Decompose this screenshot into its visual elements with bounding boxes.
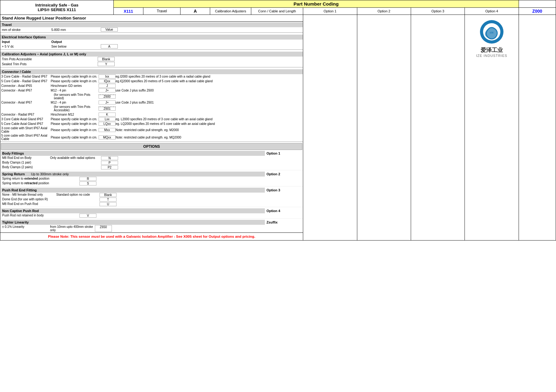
- electrical-header: Electrical Interface Options: [0, 35, 303, 40]
- connector-row-4: (for sensors with Trim Pots sealed) Z600: [0, 93, 303, 100]
- elec-value: See below: [51, 45, 101, 48]
- non-captive-header: Non Captive Push Rod: [1, 208, 265, 213]
- col-opt2: Option 2: [377, 9, 390, 13]
- col-x111: X111: [124, 9, 133, 14]
- options-header: OPTIONS: [1, 143, 302, 150]
- ize-logo-area: IZE 爱泽工业 IZE INDUSTRIES: [465, 15, 518, 62]
- spring-return-desc: Up to 300mm stroke only: [31, 172, 69, 176]
- calib-row1-label: Trim Pots Accessible: [2, 57, 98, 61]
- connector-row-10: 3 core cable with Short IP67 Axial Cable…: [0, 126, 303, 134]
- svg-text:IZE: IZE: [490, 31, 494, 34]
- option4-label: Option 4: [265, 208, 302, 213]
- connector-row-11: 5 core cable with Short IP67 Axial Cable…: [0, 134, 303, 141]
- push-rod-header: Push Rod End Fitting: [1, 188, 265, 193]
- tighter-linearity-header: Tighter Linearity: [1, 220, 265, 225]
- col-opt4: Option 4: [485, 9, 498, 13]
- elec-label: + 5 V dc: [2, 45, 51, 48]
- connector-row-6: (for sensors with Trim Pots Accessible) …: [0, 105, 303, 112]
- spring-return-header: Spring Return: [2, 172, 25, 176]
- col-opt1: Option 1: [324, 9, 337, 13]
- col-travel: Travel: [157, 9, 167, 13]
- input-label: Input: [2, 40, 51, 44]
- ize-logo-icon: IZE: [479, 19, 504, 44]
- zsuffix-label: Zsuffix: [265, 220, 302, 225]
- output-label: Output: [51, 40, 101, 44]
- connector-row-1: 5 Core Cable - Radial Gland IP67 Please …: [0, 79, 303, 83]
- part-number-coding-label: Part Number Coding: [294, 1, 339, 6]
- travel-code: Value: [101, 28, 118, 32]
- connector-row-2: Connector - Axial IP65 Hirschmann GD ser…: [0, 83, 303, 88]
- option2-label: Option 2: [265, 172, 302, 177]
- col-z000: Z000: [532, 9, 542, 14]
- main-table: Intrinsically Safe - Gas LIPS® SERIES X1…: [0, 0, 556, 241]
- ize-chinese-text: 爱泽工业: [466, 46, 517, 54]
- connector-row-8: 3 Core Cable Axial Gland IP67 Please spe…: [0, 117, 303, 121]
- title-line2: LIPS® SERIES X111: [2, 7, 112, 12]
- connector-row-5: Connector - Axial IP67 M12 - 4 pin J+ us…: [0, 100, 303, 105]
- standalone-title: Stand Alone Rugged Linear Position Senso…: [0, 15, 303, 22]
- col-conn: Conn / Cable and Length: [258, 9, 296, 13]
- connector-row-7: Connector - Radial IP67 Hirschmann M12 K: [0, 112, 303, 117]
- title-line1: Intrinsically Safe - Gas: [2, 3, 112, 7]
- connector-row-3: Connector - Axial IP67 M12 - 4 pin J+ us…: [0, 88, 303, 93]
- ize-english-text: IZE INDUSTRIES: [466, 54, 517, 58]
- connector-row-9: 5 Core Cable Axial Gland IP67 Please spe…: [0, 121, 303, 126]
- option3-label: Option 3: [265, 188, 302, 193]
- calib-row1-code: Blank: [98, 57, 115, 61]
- travel-label: mm of stroke: [2, 28, 51, 32]
- col-calib: Calibration Adjusters: [215, 9, 246, 13]
- calib-row2-label: Sealed Trim Pots: [2, 62, 98, 66]
- travel-value: 5-800 mm: [51, 28, 101, 32]
- calib-row2-code: Y: [98, 62, 115, 66]
- calib-header: Calibration Adjusters – Axial (options J…: [0, 52, 303, 57]
- col-a: A: [194, 9, 197, 14]
- body-fittings-header: Body Fittings: [1, 151, 265, 156]
- col-opt3: Option 3: [431, 9, 444, 13]
- note-text: Please Note: This sensor must be used wi…: [48, 235, 255, 238]
- elec-code: A: [101, 44, 118, 49]
- option1-label: Option 1: [265, 151, 302, 156]
- travel-header: Travel: [0, 22, 303, 27]
- connector-row-0: 3 Core Cable - Radial Gland IP67 Please …: [0, 74, 303, 79]
- connector-header: Connector / Cable: [0, 69, 303, 74]
